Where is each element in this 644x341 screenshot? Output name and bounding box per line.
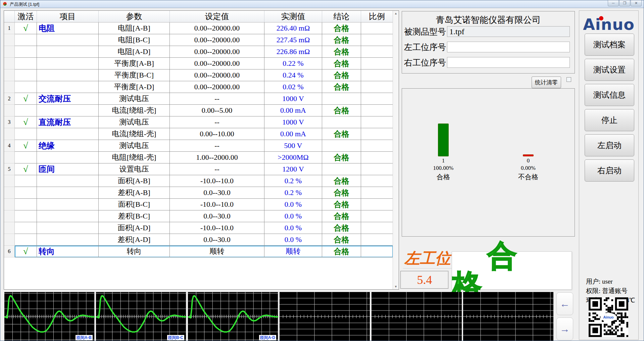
cell-ratio [361, 140, 393, 152]
cell-measured: 0.00 mA [264, 128, 322, 140]
cell-item [37, 210, 99, 222]
cell-conclusion: 合格 [322, 22, 361, 34]
table-row[interactable]: 3√直流耐压测试电压--1000 V [4, 116, 393, 128]
cell-conclusion: 合格 [322, 58, 361, 69]
column-header[interactable]: 结论 [322, 11, 361, 22]
cell-check [15, 199, 37, 210]
table-row[interactable]: 面积[A-B]-10.0--10.00.2 %合格 [4, 175, 393, 187]
cell-conclusion: 合格 [322, 128, 361, 140]
row-number [4, 58, 15, 69]
cell-conclusion: 合格 [322, 46, 361, 58]
cell-ratio [361, 128, 393, 140]
fail-percent: 0.00% [521, 165, 536, 172]
cell-check [15, 152, 37, 163]
cell-item [37, 58, 99, 69]
cell-conclusion: 合格 [322, 81, 361, 93]
test-archive-button[interactable]: 测试档案 [585, 34, 634, 56]
app-window: 产品测试 [1.tpf] ─ ❐ ✕ 激活项目参数设定值实测值结论比例 1√电阻… [0, 0, 644, 341]
scope-label: 匝间A-D [259, 335, 276, 340]
statistics-checkbox[interactable] [566, 77, 571, 82]
cell-set: 0.00--10.00 [170, 128, 264, 140]
row-number: 1 [4, 22, 15, 34]
restore-button[interactable]: ❐ [619, 0, 630, 6]
table-row[interactable]: 5√匝间设置电压--1200 V [4, 163, 393, 175]
table-row[interactable]: 电流[绕组-壳]0.00--5.000.00 mA合格 [4, 105, 393, 116]
logo-dot-icon [599, 16, 603, 20]
table-row[interactable]: 面积[B-C]-10.0--10.00.0 %合格 [4, 199, 393, 210]
table-row[interactable]: 电阻[A-D]0.00--20000.00226.86 mΩ合格 [4, 46, 393, 58]
minimize-button[interactable]: ─ [608, 0, 619, 6]
table-row[interactable]: 4√绝缘测试电压--500 V [4, 140, 393, 152]
row-number: 2 [4, 93, 15, 105]
clear-statistics-button[interactable]: 统计清零 [532, 77, 561, 88]
column-header[interactable]: 比例 [361, 11, 393, 22]
close-button[interactable]: ✕ [631, 0, 642, 6]
cell-ratio [361, 58, 393, 69]
pass-bar [438, 124, 449, 156]
cell-check [15, 234, 37, 246]
table-scrollbar[interactable]: ▲ ▼ [393, 11, 399, 289]
stop-button[interactable]: 停止 [585, 109, 634, 131]
column-header[interactable]: 设定值 [170, 11, 264, 22]
cell-ratio [361, 199, 393, 210]
cell-ratio [361, 246, 393, 257]
row-number: 3 [4, 116, 15, 128]
table-row[interactable]: 6√转向转向顺转顺转合格 [4, 246, 393, 257]
scroll-down-icon[interactable]: ▼ [393, 285, 399, 288]
model-input[interactable] [447, 26, 570, 37]
cell-set: 0.00--5.00 [170, 105, 264, 116]
cell-check: √ [15, 22, 37, 34]
title-bar[interactable]: 产品测试 [1.tpf] ─ ❐ ✕ [0, 0, 644, 8]
cell-param: 测试电压 [99, 140, 170, 152]
cell-check: √ [15, 116, 37, 128]
right-serial-input[interactable] [447, 57, 570, 68]
table-row[interactable]: 差积[A-B]0.0--30.00.2 %合格 [4, 187, 393, 199]
cell-ratio [361, 69, 393, 81]
cell-set: -- [170, 163, 264, 175]
test-settings-button[interactable]: 测试设置 [585, 59, 634, 81]
table-row[interactable]: 平衡度[A-D]0.00--20000.000.02 %合格 [4, 81, 393, 93]
table-row[interactable]: 差积[B-C]0.0--30.00.0 %合格 [4, 210, 393, 222]
table-row[interactable]: 2√交流耐压测试电压--1000 V [4, 93, 393, 105]
table-row[interactable]: 平衡度[B-C]0.00--20000.000.24 %合格 [4, 69, 393, 81]
column-header[interactable]: 实测值 [264, 11, 322, 22]
left-start-button[interactable]: 左启动 [585, 134, 634, 156]
table-row[interactable]: 差积[A-D]0.0--30.00.0 %合格 [4, 234, 393, 246]
column-header[interactable]: 激活 [15, 11, 37, 22]
cell-param: 面积[A-D] [99, 222, 170, 234]
scope-prev-button[interactable]: ← [556, 292, 573, 315]
column-header[interactable]: 项目 [37, 11, 99, 22]
cell-check: √ [15, 140, 37, 152]
left-serial-input[interactable] [447, 42, 570, 52]
scroll-up-icon[interactable]: ▲ [393, 12, 399, 15]
cell-measured: 0.24 % [264, 69, 322, 81]
table-row[interactable]: 1√电阻电阻[A-B]0.00--20000.00226.40 mΩ合格 [4, 22, 393, 34]
table-row[interactable]: 面积[A-D]-10.0--10.00.0 %合格 [4, 222, 393, 234]
cell-set: 0.00--20000.00 [170, 22, 264, 34]
table-row[interactable]: 平衡度[A-B]0.00--20000.000.22 %合格 [4, 58, 393, 69]
cell-item [37, 46, 99, 58]
cell-item [37, 175, 99, 187]
column-header[interactable]: 参数 [99, 11, 170, 22]
cell-conclusion: 合格 [322, 222, 361, 234]
scope-panel: 匝间B-C [96, 292, 186, 341]
right-start-button[interactable]: 右启动 [585, 159, 634, 182]
table-row[interactable]: 电阻[绕组-壳]1.00--2000.00>2000MΩ合格 [4, 152, 393, 163]
table-row[interactable]: 电阻[B-C]0.00--20000.00227.45 mΩ合格 [4, 34, 393, 46]
cell-check: √ [15, 93, 37, 105]
cell-param: 面积[B-C] [99, 199, 170, 210]
cell-ratio [361, 81, 393, 93]
cell-ratio [361, 222, 393, 234]
cell-measured: 500 V [264, 140, 322, 152]
table-row[interactable]: 电流[绕组-壳]0.00--10.000.00 mA合格 [4, 128, 393, 140]
cell-param: 差积[A-B] [99, 187, 170, 199]
cell-measured: 0.22 % [264, 58, 322, 69]
cell-set: -10.0--10.0 [170, 222, 264, 234]
test-info-button[interactable]: 测试信息 [585, 84, 634, 106]
cell-ratio [361, 210, 393, 222]
cell-measured: >2000MΩ [264, 152, 322, 163]
permission-info: 权限: 普通账号 [586, 287, 628, 295]
cell-measured: 1200 V [264, 163, 322, 175]
cell-set: -- [170, 140, 264, 152]
scope-next-button[interactable]: → [556, 318, 573, 340]
